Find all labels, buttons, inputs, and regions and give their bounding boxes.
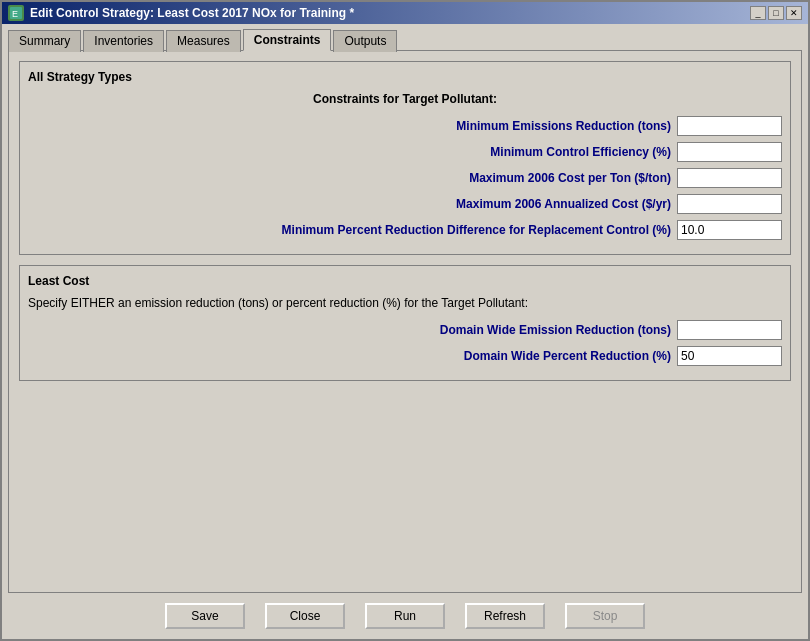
min-emissions-label: Minimum Emissions Reduction (tons) <box>456 119 671 133</box>
min-percent-reduction-input[interactable] <box>677 220 782 240</box>
least-cost-description: Specify EITHER an emission reduction (to… <box>28 296 782 310</box>
min-percent-reduction-label: Minimum Percent Reduction Difference for… <box>282 223 671 237</box>
least-cost-title: Least Cost <box>28 274 782 288</box>
title-bar-buttons: _ □ ✕ <box>750 6 802 20</box>
content-area: All Strategy Types Constraints for Targe… <box>8 50 802 593</box>
domain-percent-label: Domain Wide Percent Reduction (%) <box>464 349 671 363</box>
domain-percent-input[interactable] <box>677 346 782 366</box>
min-percent-reduction-row: Minimum Percent Reduction Difference for… <box>28 220 782 240</box>
min-emissions-row: Minimum Emissions Reduction (tons) <box>28 116 782 136</box>
save-label: Save <box>191 609 218 623</box>
restore-button[interactable]: □ <box>768 6 784 20</box>
stop-button[interactable]: Stop <box>565 603 645 629</box>
min-control-eff-label: Minimum Control Efficiency (%) <box>490 145 671 159</box>
run-button[interactable]: Run <box>365 603 445 629</box>
all-strategy-section: All Strategy Types Constraints for Targe… <box>19 61 791 255</box>
close-label: Close <box>290 609 321 623</box>
max-cost-per-ton-input[interactable] <box>677 168 782 188</box>
title-bar-left: E Edit Control Strategy: Least Cost 2017… <box>8 5 354 21</box>
domain-percent-row: Domain Wide Percent Reduction (%) <box>28 346 782 366</box>
tab-measures[interactable]: Measures <box>166 30 241 52</box>
domain-emission-input[interactable] <box>677 320 782 340</box>
tab-outputs[interactable]: Outputs <box>333 30 397 52</box>
main-window: E Edit Control Strategy: Least Cost 2017… <box>0 0 810 641</box>
all-strategy-title: All Strategy Types <box>28 70 782 84</box>
min-control-eff-row: Minimum Control Efficiency (%) <box>28 142 782 162</box>
title-bar: E Edit Control Strategy: Least Cost 2017… <box>2 2 808 24</box>
tabs-bar: Summary Inventories Measures Constraints… <box>2 24 808 50</box>
window-icon: E <box>8 5 24 21</box>
tab-inventories[interactable]: Inventories <box>83 30 164 52</box>
save-button[interactable]: Save <box>165 603 245 629</box>
close-button[interactable]: ✕ <box>786 6 802 20</box>
least-cost-section: Least Cost Specify EITHER an emission re… <box>19 265 791 381</box>
min-emissions-input[interactable] <box>677 116 782 136</box>
refresh-label: Refresh <box>484 609 526 623</box>
svg-text:E: E <box>12 9 18 19</box>
minimize-button[interactable]: _ <box>750 6 766 20</box>
min-control-eff-input[interactable] <box>677 142 782 162</box>
stop-label: Stop <box>593 609 618 623</box>
window-title: Edit Control Strategy: Least Cost 2017 N… <box>30 6 354 20</box>
run-label: Run <box>394 609 416 623</box>
tab-constraints[interactable]: Constraints <box>243 29 332 51</box>
tab-summary[interactable]: Summary <box>8 30 81 52</box>
domain-emission-row: Domain Wide Emission Reduction (tons) <box>28 320 782 340</box>
close-button-footer[interactable]: Close <box>265 603 345 629</box>
max-cost-per-ton-label: Maximum 2006 Cost per Ton ($/ton) <box>469 171 671 185</box>
max-annualized-cost-label: Maximum 2006 Annualized Cost ($/yr) <box>456 197 671 211</box>
footer: Save Close Run Refresh Stop <box>2 593 808 639</box>
refresh-button[interactable]: Refresh <box>465 603 545 629</box>
domain-emission-label: Domain Wide Emission Reduction (tons) <box>440 323 671 337</box>
max-cost-per-ton-row: Maximum 2006 Cost per Ton ($/ton) <box>28 168 782 188</box>
constraints-header: Constraints for Target Pollutant: <box>28 92 782 106</box>
max-annualized-cost-input[interactable] <box>677 194 782 214</box>
max-annualized-cost-row: Maximum 2006 Annualized Cost ($/yr) <box>28 194 782 214</box>
